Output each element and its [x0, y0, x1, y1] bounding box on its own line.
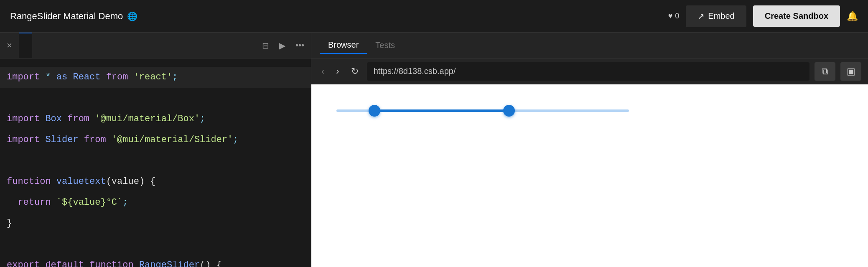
code-symbol: *	[45, 67, 51, 88]
range-slider	[336, 101, 843, 120]
heart-icon: ♥	[668, 12, 673, 20]
globe-icon: 🌐	[127, 11, 137, 21]
forward-button[interactable]: ›	[333, 64, 342, 79]
string-react: 'react'	[134, 67, 172, 88]
title-text: RangeSlider Material Demo	[10, 11, 123, 22]
active-tab	[19, 33, 32, 58]
header: RangeSlider Material Demo 🌐 ♥ 0 ↗ Embed …	[0, 0, 868, 33]
device-icon: ▣	[847, 66, 855, 77]
slider-track[interactable]	[336, 109, 629, 112]
keyword-from3: from	[84, 130, 106, 150]
function-name-valuetext: valuetext	[56, 171, 106, 192]
more-options-button[interactable]: •••	[294, 39, 306, 52]
embed-label: Embed	[708, 11, 734, 21]
code-line	[0, 234, 311, 255]
keyword-function2: function	[89, 255, 134, 267]
notifications-button[interactable]: 🔔	[847, 11, 858, 22]
open-new-window-button[interactable]: ⧉	[815, 62, 835, 81]
slider-thumb-right[interactable]	[503, 105, 515, 117]
browser-panel: Browser Tests ‹ › ↻ ⧉ ▣	[311, 33, 868, 267]
tab-browser-label: Browser	[328, 40, 359, 49]
function-name-rangeslider: RangeSlider	[139, 255, 200, 267]
like-count: 0	[675, 12, 679, 20]
main-content: × ⊟ ▶ ••• import *	[0, 33, 868, 267]
code-line-function: function valuetext ( value ) {	[0, 171, 311, 192]
string-box: '@mui/material/Box'	[95, 109, 200, 130]
code-line	[0, 150, 311, 171]
app-title: RangeSlider Material Demo 🌐	[10, 11, 668, 22]
share-icon: ↗	[697, 11, 705, 21]
create-sandbox-label: Create Sandbox	[765, 11, 828, 20]
create-sandbox-button[interactable]: Create Sandbox	[753, 5, 840, 27]
reload-button[interactable]: ↻	[348, 64, 362, 79]
run-button[interactable]: ▶	[277, 39, 287, 52]
header-actions: ♥ 0 ↗ Embed Create Sandbox 🔔	[668, 5, 858, 27]
keyword-from2: from	[67, 109, 89, 130]
keyword-function: function	[7, 171, 51, 192]
close-icon: ×	[7, 40, 12, 51]
forward-icon: ›	[336, 66, 339, 76]
browser-tabs-bar: Browser Tests	[311, 33, 868, 58]
template-literal: `${value}°C`	[56, 192, 122, 213]
tab-tests-label: Tests	[375, 41, 395, 50]
code-line: import Slider from '@mui/material/Slider…	[0, 130, 311, 150]
close-tab-button[interactable]: ×	[5, 38, 14, 53]
code-line: }	[0, 213, 311, 234]
columns-icon: ⊟	[262, 41, 269, 50]
external-link-icon: ⧉	[822, 66, 828, 77]
bell-icon: 🔔	[847, 11, 858, 21]
url-bar[interactable]	[367, 62, 809, 81]
code-line: return `${value}°C` ;	[0, 192, 311, 213]
code-line	[0, 88, 311, 109]
code-line-export: export default function RangeSlider () {	[0, 255, 311, 267]
identifier-slider: Slider	[45, 130, 78, 150]
slider-track-fill	[374, 109, 509, 112]
keyword-import: import	[7, 67, 40, 88]
keyword-as: as	[56, 67, 67, 88]
ellipsis-icon: •••	[295, 41, 304, 50]
code-line: import Box from '@mui/material/Box' ;	[0, 109, 311, 130]
embed-button[interactable]: ↗ Embed	[686, 5, 746, 27]
play-icon: ▶	[279, 41, 285, 50]
tab-browser[interactable]: Browser	[320, 37, 367, 54]
identifier-react: React	[73, 67, 100, 88]
back-button[interactable]: ‹	[318, 64, 328, 79]
like-button[interactable]: ♥ 0	[668, 12, 680, 20]
keyword-import2: import	[7, 109, 40, 130]
split-view-button[interactable]: ⊟	[260, 39, 271, 52]
editor-tools: ⊟ ▶ •••	[260, 39, 306, 52]
string-slider: '@mui/material/Slider'	[112, 130, 233, 150]
back-icon: ‹	[321, 66, 324, 76]
identifier-box: Box	[45, 109, 62, 130]
keyword-return: return	[18, 192, 51, 213]
slider-thumb-left[interactable]	[369, 105, 380, 117]
keyword-import3: import	[7, 130, 40, 150]
tab-tests[interactable]: Tests	[367, 37, 403, 53]
responsive-view-button[interactable]: ▣	[840, 62, 861, 81]
keyword-from1: from	[106, 67, 128, 88]
code-line: import * as React from 'react' ;	[0, 67, 311, 88]
keyword-export: export	[7, 255, 40, 267]
param-value: value	[112, 171, 139, 192]
browser-content	[311, 84, 868, 267]
editor-tabs-bar: × ⊟ ▶ •••	[0, 33, 311, 58]
reload-icon: ↻	[351, 66, 359, 76]
editor-panel: × ⊟ ▶ ••• import *	[0, 33, 311, 267]
browser-toolbar: ‹ › ↻ ⧉ ▣	[311, 58, 868, 84]
keyword-default: default	[45, 255, 84, 267]
code-area: import * as React from 'react' ; import	[0, 58, 311, 267]
